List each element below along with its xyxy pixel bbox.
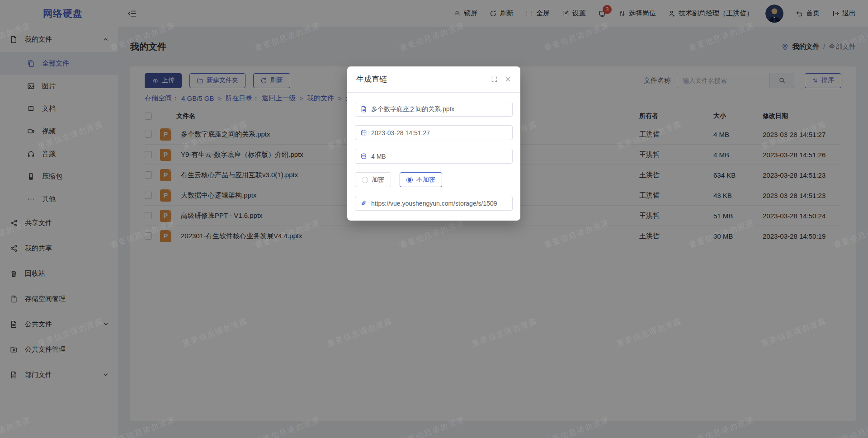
database-icon bbox=[360, 153, 367, 160]
direct-link-url: https://vue.youshengyun.com/storage/s/15… bbox=[371, 200, 497, 207]
radio-no-encrypt[interactable]: 不加密 bbox=[400, 172, 442, 187]
radio-no-encrypt-label: 不加密 bbox=[416, 176, 435, 184]
generate-link-dialog: 生成直链 多个数字底座之间的关系.pptx 2023-03-28 14:51:2… bbox=[347, 66, 520, 221]
close-icon[interactable] bbox=[505, 76, 511, 83]
calendar-icon bbox=[360, 129, 367, 136]
link-file-name: 多个数字底座之间的关系.pptx bbox=[371, 105, 454, 113]
dialog-title: 生成直链 bbox=[356, 74, 387, 85]
radio-encrypt[interactable]: 加密 bbox=[355, 172, 391, 187]
direct-link-field[interactable]: https://vue.youshengyun.com/storage/s/15… bbox=[355, 196, 513, 211]
link-modified-value: 2023-03-28 14:51:27 bbox=[371, 129, 430, 137]
radio-circle-icon bbox=[362, 177, 368, 183]
maximize-dialog-icon[interactable] bbox=[491, 76, 498, 83]
file-icon bbox=[360, 106, 367, 113]
link-size-value: 4 MB bbox=[371, 153, 386, 160]
link-modified-field: 2023-03-28 14:51:27 bbox=[355, 125, 513, 140]
link-file-name-field: 多个数字底座之间的关系.pptx bbox=[355, 102, 513, 117]
network-disk-app: 网络硬盘 我的文件 全部文件 图片 文档 视频 音频 压缩包 bbox=[0, 0, 868, 438]
encryption-radio-group: 加密 不加密 bbox=[355, 172, 513, 187]
radio-selected-icon bbox=[406, 177, 413, 183]
paperclip-icon bbox=[360, 200, 367, 207]
radio-encrypt-label: 加密 bbox=[372, 176, 384, 184]
link-size-field: 4 MB bbox=[355, 149, 513, 164]
